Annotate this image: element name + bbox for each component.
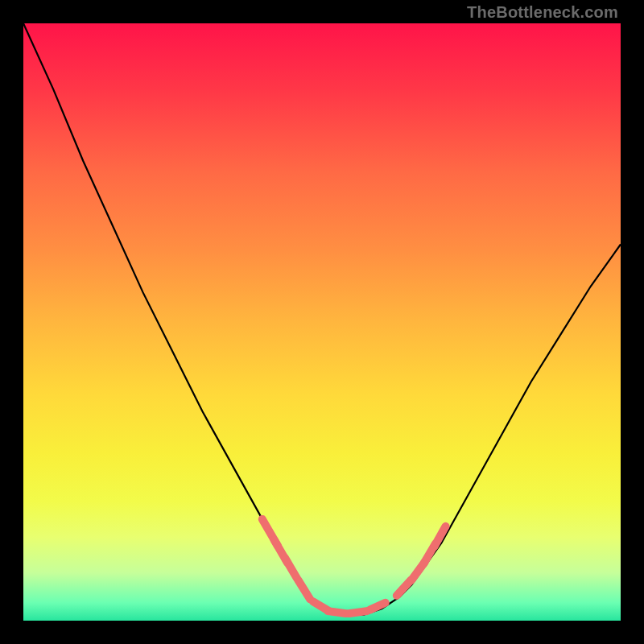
highlight-dashes bbox=[262, 519, 446, 613]
bottleneck-curve bbox=[23, 23, 621, 615]
highlight-dash bbox=[298, 580, 310, 600]
chart-frame: TheBottleneck.com bbox=[0, 0, 644, 644]
highlight-dash bbox=[285, 558, 297, 578]
highlight-dash bbox=[328, 611, 345, 613]
highlight-dash bbox=[349, 611, 366, 613]
curve-layer bbox=[23, 23, 621, 621]
highlight-dash bbox=[435, 526, 446, 547]
watermark: TheBottleneck.com bbox=[467, 3, 618, 22]
